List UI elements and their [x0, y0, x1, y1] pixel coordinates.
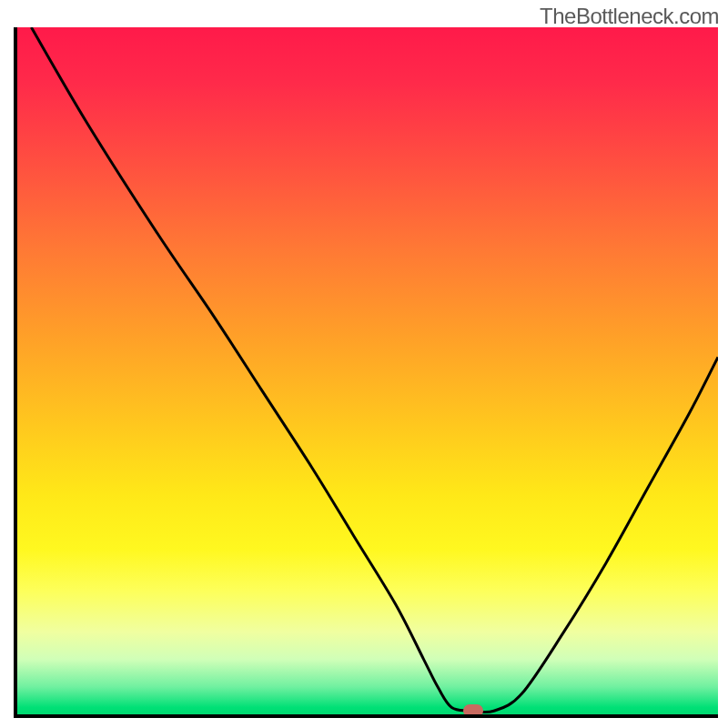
watermark-text: TheBottleneck.com [540, 4, 719, 29]
chart-plot-area [14, 27, 718, 718]
chart-line-svg [17, 27, 718, 714]
curve-marker [463, 704, 483, 717]
bottleneck-curve-path [31, 27, 718, 713]
